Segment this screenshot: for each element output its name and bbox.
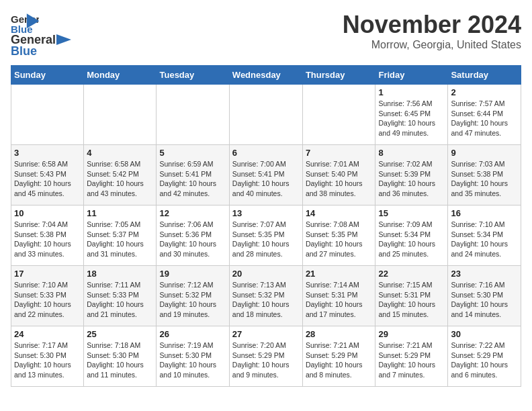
day-info: Sunrise: 7:18 AM Sunset: 5:30 PM Dayligh… [87, 340, 153, 380]
day-number: 16 [451, 208, 518, 218]
day-info: Sunrise: 7:19 AM Sunset: 5:30 PM Dayligh… [159, 340, 226, 380]
calendar-cell: 22Sunrise: 7:15 AM Sunset: 5:31 PM Dayli… [375, 266, 448, 326]
calendar-cell: 10Sunrise: 7:04 AM Sunset: 5:38 PM Dayli… [11, 205, 84, 266]
day-number: 30 [451, 329, 518, 339]
day-info: Sunrise: 7:57 AM Sunset: 6:44 PM Dayligh… [451, 99, 518, 138]
day-number: 21 [306, 269, 373, 279]
day-number: 14 [306, 208, 373, 218]
day-number: 12 [159, 208, 226, 218]
calendar-cell: 6Sunrise: 7:00 AM Sunset: 5:41 PM Daylig… [229, 145, 302, 205]
calendar-cell: 19Sunrise: 7:12 AM Sunset: 5:32 PM Dayli… [157, 266, 229, 326]
title-section: November 2024 Morrow, Georgia, United St… [343, 11, 521, 51]
day-number: 7 [306, 148, 373, 158]
day-info: Sunrise: 7:10 AM Sunset: 5:33 PM Dayligh… [14, 280, 81, 320]
calendar-week-3: 10Sunrise: 7:04 AM Sunset: 5:38 PM Dayli… [11, 205, 521, 266]
day-info: Sunrise: 7:02 AM Sunset: 5:39 PM Dayligh… [378, 159, 445, 199]
calendar-cell: 27Sunrise: 7:20 AM Sunset: 5:29 PM Dayli… [229, 326, 302, 387]
day-number: 28 [306, 329, 373, 339]
day-number: 22 [378, 269, 445, 279]
day-info: Sunrise: 7:01 AM Sunset: 5:40 PM Dayligh… [306, 159, 373, 199]
day-number: 29 [378, 329, 445, 339]
day-info: Sunrise: 7:16 AM Sunset: 5:30 PM Dayligh… [451, 280, 518, 320]
day-info: Sunrise: 6:59 AM Sunset: 5:41 PM Dayligh… [159, 159, 226, 199]
calendar-cell: 15Sunrise: 7:09 AM Sunset: 5:34 PM Dayli… [375, 205, 448, 266]
day-number: 11 [87, 208, 153, 218]
calendar-cell: 17Sunrise: 7:10 AM Sunset: 5:33 PM Dayli… [11, 266, 84, 326]
calendar-cell: 7Sunrise: 7:01 AM Sunset: 5:40 PM Daylig… [302, 145, 375, 205]
day-number: 10 [14, 208, 81, 218]
day-number: 4 [87, 148, 153, 158]
day-header-sunday: Sunday [11, 66, 84, 85]
day-info: Sunrise: 7:08 AM Sunset: 5:35 PM Dayligh… [306, 220, 373, 259]
calendar-cell: 21Sunrise: 7:14 AM Sunset: 5:31 PM Dayli… [302, 266, 375, 326]
month-title: November 2024 [343, 11, 521, 39]
day-info: Sunrise: 7:13 AM Sunset: 5:32 PM Dayligh… [232, 280, 300, 320]
calendar-cell: 4Sunrise: 6:58 AM Sunset: 5:42 PM Daylig… [84, 145, 157, 205]
svg-marker-3 [56, 34, 71, 45]
day-number: 6 [232, 148, 300, 158]
calendar-cell [229, 85, 302, 145]
day-info: Sunrise: 7:21 AM Sunset: 5:29 PM Dayligh… [378, 340, 445, 380]
day-number: 25 [87, 329, 153, 339]
day-info: Sunrise: 7:14 AM Sunset: 5:31 PM Dayligh… [306, 280, 373, 320]
calendar-cell: 16Sunrise: 7:10 AM Sunset: 5:34 PM Dayli… [448, 205, 521, 266]
day-number: 24 [14, 329, 81, 339]
calendar-cell: 11Sunrise: 7:05 AM Sunset: 5:37 PM Dayli… [84, 205, 157, 266]
day-info: Sunrise: 7:05 AM Sunset: 5:37 PM Dayligh… [87, 220, 153, 259]
day-info: Sunrise: 7:21 AM Sunset: 5:29 PM Dayligh… [306, 340, 373, 380]
calendar-cell: 18Sunrise: 7:11 AM Sunset: 5:33 PM Dayli… [84, 266, 157, 326]
day-header-monday: Monday [84, 66, 157, 85]
day-number: 13 [232, 208, 300, 218]
day-info: Sunrise: 7:07 AM Sunset: 5:35 PM Dayligh… [232, 220, 300, 259]
day-number: 5 [159, 148, 226, 158]
calendar-cell: 23Sunrise: 7:16 AM Sunset: 5:30 PM Dayli… [448, 266, 521, 326]
calendar-table: SundayMondayTuesdayWednesdayThursdayFrid… [11, 65, 521, 387]
calendar-cell: 12Sunrise: 7:06 AM Sunset: 5:36 PM Dayli… [157, 205, 229, 266]
day-info: Sunrise: 7:00 AM Sunset: 5:41 PM Dayligh… [232, 159, 300, 199]
day-header-friday: Friday [375, 66, 448, 85]
calendar-cell: 14Sunrise: 7:08 AM Sunset: 5:35 PM Dayli… [302, 205, 375, 266]
calendar-cell: 2Sunrise: 7:57 AM Sunset: 6:44 PM Daylig… [448, 85, 521, 145]
calendar-cell: 24Sunrise: 7:17 AM Sunset: 5:30 PM Dayli… [11, 326, 84, 387]
day-info: Sunrise: 7:06 AM Sunset: 5:36 PM Dayligh… [159, 220, 226, 259]
calendar-cell: 1Sunrise: 7:56 AM Sunset: 6:45 PM Daylig… [375, 85, 448, 145]
logo-arrow-icon [56, 32, 71, 47]
day-number: 3 [14, 148, 81, 158]
day-number: 18 [87, 269, 153, 279]
day-header-tuesday: Tuesday [157, 66, 229, 85]
day-number: 2 [451, 87, 518, 97]
logo-icon: General Blue [11, 11, 39, 35]
day-info: Sunrise: 7:03 AM Sunset: 5:38 PM Dayligh… [451, 159, 518, 199]
day-info: Sunrise: 7:15 AM Sunset: 5:31 PM Dayligh… [378, 280, 445, 320]
day-info: Sunrise: 7:22 AM Sunset: 5:29 PM Dayligh… [451, 340, 518, 380]
calendar-cell: 26Sunrise: 7:19 AM Sunset: 5:30 PM Dayli… [157, 326, 229, 387]
day-number: 9 [451, 148, 518, 158]
day-number: 23 [451, 269, 518, 279]
day-number: 19 [159, 269, 226, 279]
calendar-cell [84, 85, 157, 145]
calendar-cell: 29Sunrise: 7:21 AM Sunset: 5:29 PM Dayli… [375, 326, 448, 387]
calendar-cell: 13Sunrise: 7:07 AM Sunset: 5:35 PM Dayli… [229, 205, 302, 266]
calendar-cell [11, 85, 84, 145]
day-info: Sunrise: 6:58 AM Sunset: 5:43 PM Dayligh… [14, 159, 81, 199]
day-info: Sunrise: 7:09 AM Sunset: 5:34 PM Dayligh… [378, 220, 445, 259]
day-header-saturday: Saturday [448, 66, 521, 85]
logo: General Blue General Blue [11, 11, 72, 58]
calendar-header-row: SundayMondayTuesdayWednesdayThursdayFrid… [11, 66, 521, 85]
calendar-cell: 8Sunrise: 7:02 AM Sunset: 5:39 PM Daylig… [375, 145, 448, 205]
calendar-cell: 5Sunrise: 6:59 AM Sunset: 5:41 PM Daylig… [157, 145, 229, 205]
day-header-wednesday: Wednesday [229, 66, 302, 85]
logo-blue: Blue [11, 44, 37, 58]
day-info: Sunrise: 7:10 AM Sunset: 5:34 PM Dayligh… [451, 220, 518, 259]
calendar-cell: 20Sunrise: 7:13 AM Sunset: 5:32 PM Dayli… [229, 266, 302, 326]
calendar-cell: 28Sunrise: 7:21 AM Sunset: 5:29 PM Dayli… [302, 326, 375, 387]
day-number: 20 [232, 269, 300, 279]
calendar-week-4: 17Sunrise: 7:10 AM Sunset: 5:33 PM Dayli… [11, 266, 521, 326]
calendar-week-1: 1Sunrise: 7:56 AM Sunset: 6:45 PM Daylig… [11, 85, 521, 145]
day-info: Sunrise: 7:56 AM Sunset: 6:45 PM Dayligh… [378, 99, 445, 138]
day-number: 1 [378, 87, 445, 97]
day-number: 27 [232, 329, 300, 339]
day-number: 8 [378, 148, 445, 158]
day-number: 26 [159, 329, 226, 339]
day-info: Sunrise: 6:58 AM Sunset: 5:42 PM Dayligh… [87, 159, 153, 199]
